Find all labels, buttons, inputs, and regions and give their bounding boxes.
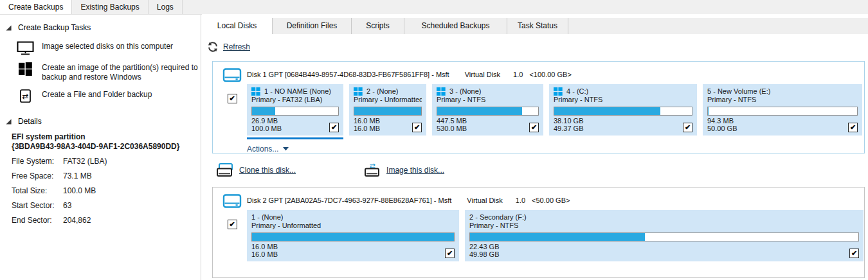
task-item-label: Create an image of the partition(s) requ… xyxy=(42,62,201,82)
partition-name: 2 - (None) xyxy=(366,87,399,95)
details-header[interactable]: Details xyxy=(6,117,201,126)
disk-title: Disk 1 GPT [0684B449-8957-4D68-83D3-FB67… xyxy=(247,71,449,78)
refresh-icon[interactable] xyxy=(207,41,219,53)
partition-name: 1 - (None) xyxy=(251,213,284,221)
disk1-partition-4[interactable]: 4 - (C:)Primary - NTFS38.10 GB49.37 GB xyxy=(549,84,697,139)
partition-used: 94.3 MB xyxy=(707,117,737,125)
tab-local-disks[interactable]: Local Disks xyxy=(202,18,273,34)
partition-selected-underline xyxy=(349,137,426,139)
window-tab-bar: Create BackupsExisting BackupsLogs xyxy=(0,0,868,15)
disk2-partition-2[interactable]: 2 - Secondary (F:)Primary - NTFS22.43 GB… xyxy=(465,210,863,265)
partition-total: 16.0 MB xyxy=(354,125,380,132)
disk-version: 1.0 xyxy=(513,71,523,78)
partition-used: 26.9 MB xyxy=(251,117,282,125)
disk-2-checkbox[interactable] xyxy=(228,220,237,229)
detail-row-total-size: Total Size:100.0 MB xyxy=(12,187,201,195)
tab-task-status[interactable]: Task Status xyxy=(507,18,568,34)
disk-vendor: Virtual Disk xyxy=(467,197,502,204)
partition-checkbox[interactable] xyxy=(412,123,422,132)
partition-usage-bar xyxy=(469,232,859,241)
disk-panel-1: Disk 1 GPT [0684B449-8957-4D68-83D3-FB67… xyxy=(212,61,865,153)
detail-row-start-sector: Start Sector:63 xyxy=(12,202,201,210)
partition-name: 4 - (C:) xyxy=(566,87,588,95)
partition-name-row: 4 - (C:) xyxy=(554,87,692,96)
partition-type: Primary - Unformatted xyxy=(251,222,455,231)
disk-panel-body: Disk 2 GPT [2ABA02A5-7DC7-4963-927F-88E8… xyxy=(247,192,860,277)
partition-total: 49.98 GB xyxy=(469,250,499,258)
create-backup-tasks-header[interactable]: Create Backup Tasks xyxy=(6,23,201,32)
partition-name: 3 - (None) xyxy=(449,87,482,95)
partition-usage-fill xyxy=(437,107,522,115)
partition-box: 1 - NO NAME (None)Primary - FAT32 (LBA)2… xyxy=(247,84,343,136)
disk1-partition-2[interactable]: 2 - (None)Primary - Unformatted16.0 MB16… xyxy=(349,84,426,139)
disk-panel-left xyxy=(217,66,247,153)
disk-1-header: Disk 1 GPT [0684B449-8957-4D68-83D3-FB67… xyxy=(247,66,860,83)
partition-box: 4 - (C:)Primary - NTFS38.10 GB49.37 GB xyxy=(549,84,697,136)
disk2-partition-1[interactable]: 1 - (None)Primary - Unformatted16.0 MB16… xyxy=(247,210,459,265)
task-item-create-a-file[interactable]: ⇄Create a File and Folder backup xyxy=(0,85,201,106)
partition-used: 16.0 MB xyxy=(251,243,278,250)
partition-sizes: 38.10 GB49.37 GB xyxy=(554,117,583,132)
partition-total: 530.0 MB xyxy=(437,125,467,132)
clone-disk-icon xyxy=(216,162,233,178)
detail-row-end-sector: End Sector:204,862 xyxy=(12,216,201,225)
partition-usage-fill xyxy=(354,107,421,115)
partition-name-row: 2 - Secondary (F:) xyxy=(469,213,859,222)
window-tab-logs[interactable]: Logs xyxy=(149,0,183,14)
partition-selected-underline xyxy=(247,137,343,139)
partition-usage-fill xyxy=(470,233,645,241)
partition-selected-underline xyxy=(703,137,862,139)
detail-label: Start Sector: xyxy=(12,202,63,210)
partition-detail-guid: {3BDA9B43-98A3-404D-9AF1-2C036A5890DD} xyxy=(12,142,201,152)
partition-name-row: 5 - New Volume (E:) xyxy=(707,87,858,96)
detail-label: Total Size: xyxy=(12,187,63,195)
partition-selected-underline xyxy=(247,263,459,265)
partition-used: 447.5 MB xyxy=(437,117,467,125)
tab-scripts[interactable]: Scripts xyxy=(352,18,404,34)
partition-checkbox[interactable] xyxy=(683,123,692,132)
partition-selected-underline xyxy=(432,137,543,139)
detail-label: End Sector: xyxy=(12,216,63,225)
partition-checkbox[interactable] xyxy=(329,123,339,132)
link-image-this-disk[interactable]: ⇄Image this disk... xyxy=(363,162,444,178)
disk-icon xyxy=(222,192,242,211)
link-clone-this-disk[interactable]: Clone this disk... xyxy=(216,162,296,178)
partition-checkbox[interactable] xyxy=(445,249,455,258)
partition-checkbox[interactable] xyxy=(848,123,858,132)
detail-row-free-space: Free Space:73.1 MB xyxy=(12,172,201,180)
disk-link-label: Image this disk... xyxy=(386,166,444,175)
disk1-partition-3[interactable]: 3 - (None)Primary - NTFS447.5 MB530.0 MB xyxy=(432,84,543,139)
partition-total: 49.37 GB xyxy=(554,125,583,132)
partition-sizes: 94.3 MB50.00 GB xyxy=(707,117,737,132)
partition-box: 1 - (None)Primary - Unformatted16.0 MB16… xyxy=(247,210,459,261)
partition-row: 1 - NO NAME (None)Primary - FAT32 (LBA)2… xyxy=(247,84,860,139)
task-list: Image selected disks on this computerCre… xyxy=(0,37,201,106)
disk-capacity: <100.00 GB> xyxy=(529,71,571,78)
windows-logo-icon xyxy=(17,62,34,76)
tab-scheduled-backups[interactable]: Scheduled Backups xyxy=(404,18,507,34)
disk-1-checkbox[interactable] xyxy=(228,94,237,103)
window-tab-existing-backups[interactable]: Existing Backups xyxy=(72,0,148,14)
partition-type: Primary - FAT32 (LBA) xyxy=(251,96,339,105)
refresh-link[interactable]: Refresh xyxy=(223,42,250,51)
detail-value: 100.0 MB xyxy=(63,186,96,195)
disk1-partition-1[interactable]: 1 - NO NAME (None)Primary - FAT32 (LBA)2… xyxy=(247,84,343,139)
windows-flag-icon xyxy=(554,87,563,96)
partition-name: 5 - New Volume (E:) xyxy=(707,87,770,95)
partition-usage-bar xyxy=(354,107,422,116)
partition-bottom-row: 38.10 GB49.37 GB xyxy=(554,117,692,132)
partition-name-row: 1 - NO NAME (None) xyxy=(251,87,339,96)
partition-checkbox[interactable] xyxy=(849,249,859,258)
task-item-image-selected-disks[interactable]: Image selected disks on this computer xyxy=(0,37,201,58)
caret-down-icon xyxy=(283,147,289,151)
actions-dropdown[interactable]: Actions... xyxy=(247,144,289,153)
tab-definition-files[interactable]: Definition Files xyxy=(273,18,352,34)
task-item-create-an-image[interactable]: Create an image of the partition(s) requ… xyxy=(0,58,201,85)
partition-checkbox[interactable] xyxy=(529,123,539,132)
partition-used: 16.0 MB xyxy=(354,117,380,125)
window-tab-create-backups[interactable]: Create Backups xyxy=(0,0,72,14)
disk1-partition-5[interactable]: 5 - New Volume (E:)Primary - NTFS94.3 MB… xyxy=(703,84,862,139)
disk-area: Disk 1 GPT [0684B449-8957-4D68-83D3-FB67… xyxy=(202,61,868,278)
disk-panel-2: Disk 2 GPT [2ABA02A5-7DC7-4963-927F-88E8… xyxy=(212,187,865,278)
task-item-label: Image selected disks on this computer xyxy=(42,40,201,51)
